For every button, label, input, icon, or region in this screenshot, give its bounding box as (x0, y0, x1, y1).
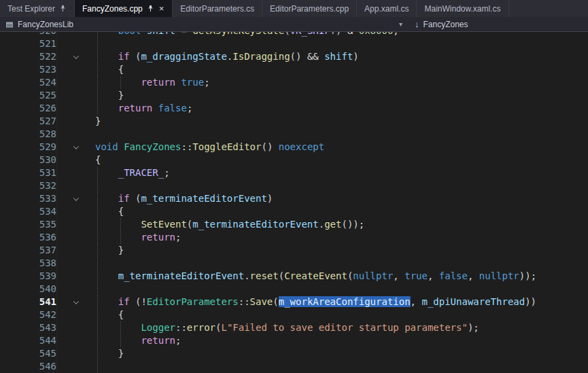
tab-label: FancyZones.cpp (82, 4, 143, 14)
fold-arrow-icon[interactable] (57, 50, 84, 63)
line-number[interactable]: 535 (0, 218, 57, 231)
line-number[interactable]: 539 (0, 270, 57, 283)
code-line[interactable]: 536return; (0, 231, 588, 244)
code-text: { (84, 154, 588, 166)
fold-margin (57, 360, 84, 373)
tab-editorparameters-cpp[interactable]: EditorParameters.cpp (262, 0, 357, 17)
pin-icon[interactable] (147, 5, 154, 12)
code-line[interactable]: 530{ (0, 154, 588, 166)
tab-fancyzones-cpp[interactable]: FancyZones.cpp × (75, 0, 173, 17)
code-text: } (84, 347, 588, 360)
code-text (84, 179, 588, 192)
project-icon (5, 20, 14, 29)
close-icon[interactable]: × (158, 4, 165, 13)
code-line[interactable]: 521 (0, 37, 588, 50)
code-line[interactable]: 541if (!EditorParameters::Save(m_workAre… (0, 296, 588, 308)
code-line[interactable]: 535SetEvent(m_terminateEditorEvent.get()… (0, 218, 588, 231)
line-number[interactable]: 528 (0, 128, 57, 141)
code-line[interactable]: 540 (0, 283, 588, 296)
code-text: bool shift = GetAsyncKeyState(VK_SHIFT) … (84, 32, 588, 37)
line-number[interactable]: 538 (0, 257, 57, 270)
line-number[interactable]: 520 (0, 32, 57, 37)
code-line[interactable]: 539m_terminateEditorEvent.reset(CreateEv… (0, 270, 588, 283)
line-number[interactable]: 529 (0, 141, 57, 154)
pin-icon[interactable] (59, 5, 67, 12)
code-line[interactable]: 527} (0, 115, 588, 128)
code-line[interactable]: 528 (0, 128, 588, 141)
tab-editorparameters-cs[interactable]: EditorParameters.cs (173, 0, 262, 17)
fold-arrow-icon[interactable] (57, 296, 84, 308)
code-line[interactable]: 525} (0, 89, 588, 102)
code-lines: 520bool shift = GetAsyncKeyState(VK_SHIF… (0, 32, 588, 373)
line-number[interactable]: 522 (0, 50, 57, 63)
line-number[interactable]: 530 (0, 154, 57, 166)
fold-margin (57, 115, 84, 128)
line-number[interactable]: 541 (0, 296, 57, 308)
fold-margin (57, 257, 84, 270)
line-number[interactable]: 540 (0, 283, 57, 296)
document-tab-bar: Test Explorer FancyZones.cpp × EditorPar… (0, 0, 588, 17)
line-number[interactable]: 521 (0, 37, 57, 50)
code-line[interactable]: 543Logger::error(L"Failed to save editor… (0, 321, 588, 334)
code-line[interactable]: 534{ (0, 205, 588, 218)
code-text: { (84, 308, 588, 321)
line-number[interactable]: 542 (0, 308, 57, 321)
tab-label: EditorParameters.cpp (270, 4, 349, 14)
tab-label: MainWindow.xaml.cs (424, 4, 500, 14)
fold-margin (57, 334, 84, 347)
code-line[interactable]: 532 (0, 179, 588, 192)
code-text: } (84, 244, 588, 257)
line-number[interactable]: 527 (0, 115, 57, 128)
fold-arrow-icon[interactable] (57, 141, 84, 154)
fold-margin (57, 154, 84, 166)
indent-guide (97, 360, 98, 373)
code-text: if (m_terminateEditorEvent) (84, 192, 588, 205)
code-line[interactable]: 533if (m_terminateEditorEvent) (0, 192, 588, 205)
code-line[interactable]: 529void FancyZones::ToggleEditor() noexc… (0, 141, 588, 154)
fold-margin (57, 32, 84, 37)
line-number[interactable]: 524 (0, 76, 57, 89)
visual-studio-window: Test Explorer FancyZones.cpp × EditorPar… (0, 0, 588, 373)
line-number[interactable]: 532 (0, 179, 57, 192)
type-dropdown[interactable]: ↓ FancyZones (408, 17, 471, 31)
tab-app-xaml-cs[interactable]: App.xaml.cs (357, 0, 417, 17)
line-number[interactable]: 537 (0, 244, 57, 257)
code-line[interactable]: 524return true; (0, 76, 588, 89)
tab-mainwindow-xaml-cs[interactable]: MainWindow.xaml.cs (417, 0, 508, 17)
line-number[interactable]: 544 (0, 334, 57, 347)
code-line[interactable]: 526return false; (0, 102, 588, 115)
chevron-down-icon[interactable]: ▾ (399, 20, 402, 28)
tab-test-explorer[interactable]: Test Explorer (0, 0, 75, 17)
code-line[interactable]: 542{ (0, 308, 588, 321)
line-number[interactable]: 545 (0, 347, 57, 360)
line-number[interactable]: 531 (0, 166, 57, 179)
code-text: Logger::error(L"Failed to save editor st… (84, 321, 588, 334)
line-number[interactable]: 525 (0, 89, 57, 102)
code-line[interactable]: 546 (0, 360, 588, 373)
code-line[interactable]: 537} (0, 244, 588, 257)
line-number[interactable]: 534 (0, 205, 57, 218)
project-dropdown[interactable]: FancyZonesLib ▾ (0, 17, 408, 31)
fold-arrow-icon[interactable] (57, 192, 84, 205)
fold-margin (57, 231, 84, 244)
line-number[interactable]: 543 (0, 321, 57, 334)
line-number[interactable]: 526 (0, 102, 57, 115)
line-number[interactable]: 546 (0, 360, 57, 373)
line-number[interactable]: 533 (0, 192, 57, 205)
code-text: } (84, 115, 588, 128)
line-number[interactable]: 523 (0, 63, 57, 76)
code-line[interactable]: 523{ (0, 63, 588, 76)
code-editor[interactable]: 520bool shift = GetAsyncKeyState(VK_SHIF… (0, 32, 588, 373)
indent-guide (97, 179, 98, 192)
code-line[interactable]: 520bool shift = GetAsyncKeyState(VK_SHIF… (0, 32, 588, 37)
code-line[interactable]: 545} (0, 347, 588, 360)
line-number[interactable]: 536 (0, 231, 57, 244)
code-line[interactable]: 544return; (0, 334, 588, 347)
tab-label: Test Explorer (7, 4, 55, 14)
code-line[interactable]: 538 (0, 257, 588, 270)
selection-highlight[interactable]: m_workAreaConfiguration (279, 296, 411, 307)
code-line[interactable]: 522if (m_draggingState.IsDragging() && s… (0, 50, 588, 63)
code-line[interactable]: 531_TRACER_; (0, 166, 588, 179)
code-text: SetEvent(m_terminateEditorEvent.get()); (84, 218, 588, 231)
code-text: if (m_draggingState.IsDragging() && shif… (84, 50, 588, 63)
